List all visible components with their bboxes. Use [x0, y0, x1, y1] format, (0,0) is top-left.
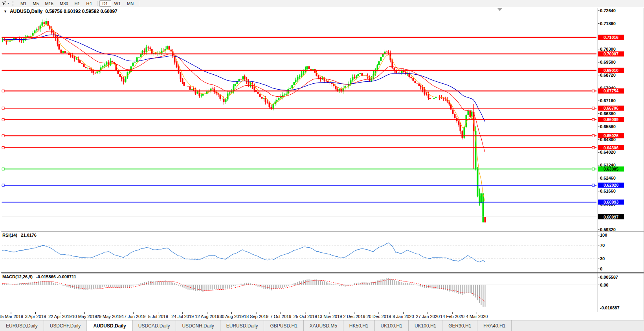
candle — [294, 82, 295, 85]
candle — [189, 86, 191, 90]
toolbar-grip[interactable] — [13, 1, 15, 6]
dropdown-caret-icon[interactable]: ▾ — [7, 2, 9, 5]
timeframe-button-M1[interactable]: M1 — [17, 0, 29, 7]
tab-USDCAD-Daily[interactable]: USDCAD,Daily — [132, 320, 176, 331]
candle — [87, 68, 89, 68]
tab-USDCHF-Daily[interactable]: USDCHF,Daily — [44, 320, 87, 331]
toolbar-separator — [139, 1, 139, 6]
price-tag-0.71016: 0.71016 — [598, 35, 624, 40]
price-tick-label: 0.62460 — [600, 176, 616, 180]
chart-tools-icon[interactable]: ▾ — [2, 1, 9, 6]
line-handle[interactable] — [592, 168, 594, 170]
timeframe-button-M15[interactable]: M15 — [42, 0, 57, 7]
candle — [74, 57, 75, 59]
line-handle[interactable] — [592, 184, 594, 186]
date-label: 2 Dec 2019 — [343, 314, 365, 319]
date-label: 18 Sep 2019 — [244, 314, 268, 319]
candle — [278, 98, 280, 100]
candle — [117, 71, 119, 74]
price-tag-0.62020: 0.62020 — [598, 183, 624, 188]
candle — [223, 99, 225, 102]
candle — [182, 79, 183, 82]
rsi-axis-label: 0 — [600, 267, 602, 271]
tab-UK100-H1[interactable]: UK100,H1 — [409, 320, 442, 331]
candle — [310, 69, 312, 70]
timeframe-button-M5[interactable]: M5 — [29, 0, 42, 7]
candle — [106, 63, 108, 65]
tab-XAUUSD-M5[interactable]: XAUUSD,M5 — [304, 320, 343, 331]
line-handle[interactable] — [2, 107, 4, 109]
price-tag-text: 0.60097 — [604, 215, 618, 219]
candle — [460, 125, 461, 131]
line-handle[interactable] — [2, 118, 4, 121]
line-handle[interactable] — [2, 90, 4, 92]
date-label: 7 Oct 2019 — [270, 314, 291, 319]
timeframe-button-D1[interactable]: D1 — [99, 0, 111, 7]
candle — [458, 121, 460, 125]
price-tick-label: 0.65580 — [600, 124, 616, 129]
date-label: 30 Aug 2019 — [220, 314, 244, 319]
line-handle[interactable] — [2, 168, 4, 170]
candle — [280, 97, 282, 98]
candle — [42, 22, 43, 26]
chart-title-collapse-icon[interactable]: ▼ — [4, 9, 7, 13]
candle — [119, 74, 121, 77]
candle — [191, 89, 193, 90]
line-handle[interactable] — [592, 107, 594, 109]
line-handle[interactable] — [2, 147, 4, 149]
candle — [405, 72, 407, 74]
tab-HK50-H1[interactable]: HK50,H1 — [343, 320, 375, 331]
line-handle[interactable] — [592, 134, 594, 137]
line-handle[interactable] — [2, 184, 4, 186]
timeframe-button-MN[interactable]: MN — [124, 0, 137, 7]
macd-axis-label: 0.005587 — [600, 275, 618, 280]
price-tag-0.66706: 0.66706 — [598, 106, 624, 111]
candle — [331, 83, 333, 84]
candle — [150, 48, 151, 49]
candle — [212, 88, 214, 89]
candle — [123, 79, 125, 82]
macd-axis-label: -0.016887 — [600, 305, 620, 310]
timeframe-button-W1[interactable]: W1 — [111, 0, 124, 7]
candle — [413, 78, 414, 81]
candle — [295, 80, 297, 82]
timeframe-toolbar: ▾ M1M5M15M30H1H4D1W1MN — [0, 0, 644, 7]
candle — [290, 88, 291, 89]
tab-FRA40-H1[interactable]: FRA40,H1 — [477, 320, 512, 331]
candle — [426, 94, 427, 94]
candle — [201, 96, 202, 96]
candle — [229, 92, 231, 93]
candle — [299, 76, 301, 77]
mt4-application-window: ▾ M1M5M15M30H1H4D1W1MN 0.726400.718600.7… — [0, 0, 644, 331]
candle — [76, 59, 77, 59]
chart-ohlc-values: 0.59756 0.60192 0.59582 0.60097 — [45, 9, 117, 14]
tab-GBPUSD-H1[interactable]: GBPUSD,H1 — [264, 320, 303, 331]
line-handle[interactable] — [592, 118, 594, 121]
tab-GER30-H1[interactable]: GER30,H1 — [442, 320, 477, 331]
line-handle[interactable] — [2, 134, 4, 137]
line-handle[interactable] — [592, 147, 594, 149]
tab-AUDUSD-Daily[interactable]: AUDUSD,Daily — [87, 320, 132, 331]
candle — [66, 53, 68, 53]
candle — [377, 65, 378, 70]
timeframe-button-H1[interactable]: H1 — [71, 0, 83, 7]
pointer-icon — [2, 1, 6, 6]
tab-EURUSD-Daily[interactable]: EURUSD,Daily — [0, 320, 44, 331]
tab-UK100-H1[interactable]: UK100,H1 — [375, 320, 409, 331]
tab-EURUSD-Daily[interactable]: EURUSD,Daily — [220, 320, 264, 331]
candle — [483, 193, 484, 223]
timeframe-button-H4[interactable]: H4 — [83, 0, 95, 7]
tab-USDCNH-Daily[interactable]: USDCNH,Daily — [176, 320, 220, 331]
price-tag-text: 0.69010 — [604, 68, 618, 73]
date-label: 27 Jan 2020 — [416, 314, 440, 319]
candle — [121, 77, 123, 79]
main-chart-canvas[interactable]: 0.726400.718600.703000.695000.687200.679… — [0, 7, 644, 320]
timeframe-button-M30[interactable]: M30 — [57, 0, 71, 7]
candle — [261, 97, 263, 99]
candle — [475, 131, 477, 169]
candle — [257, 92, 259, 94]
candle — [180, 73, 182, 79]
candle — [326, 81, 327, 81]
date-label: 14 Feb 2020 — [440, 314, 464, 319]
line-handle[interactable] — [592, 90, 594, 92]
